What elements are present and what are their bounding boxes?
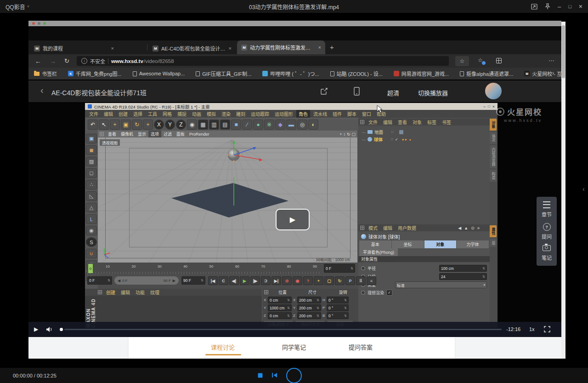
play-button[interactable]	[286, 368, 302, 383]
stepper-icon[interactable]: ⇅	[482, 275, 485, 279]
mat-menu-2[interactable]: 功能	[133, 288, 147, 296]
palette-points-mode[interactable]: ∴	[86, 180, 97, 189]
page-scrollbar-thumb[interactable]	[562, 25, 565, 78]
playback-speed-button[interactable]: 1x	[529, 326, 535, 332]
toolbar-add-spline[interactable]: ∕	[242, 120, 252, 130]
pin-on-top-icon[interactable]	[545, 3, 550, 10]
radius-field[interactable]: 100 cm⇅	[439, 265, 487, 272]
mini-mode-icon[interactable]	[531, 4, 537, 10]
mat-menu-1[interactable]: 编辑	[119, 288, 132, 296]
frame-end-field[interactable]: 90 F⇅	[181, 276, 205, 285]
om-side-tab-2[interactable]: 内容浏览器	[490, 145, 497, 168]
frame-range-slider[interactable]: ◀ 0 F 90 F ▶	[114, 276, 179, 285]
quality-button[interactable]: 超清	[387, 88, 399, 97]
vp-menu-0[interactable]: 查看	[106, 131, 119, 137]
section-header[interactable]: 对象属性	[358, 256, 490, 262]
tag-icon[interactable]	[399, 130, 403, 134]
back-chevron-icon[interactable]: ‹	[40, 85, 44, 96]
transport-record-keyframe[interactable]: ◉	[293, 276, 302, 285]
c4d-menu-10[interactable]: 雕刻	[234, 110, 248, 118]
page-scrollbar-track[interactable]	[561, 22, 565, 359]
vp-tool-toggle-view[interactable]: ▢	[351, 132, 356, 137]
transport-next-frame[interactable]: |▶	[250, 276, 260, 285]
vp-menu-4[interactable]: 过滤	[161, 131, 174, 137]
forward-icon[interactable]: →	[50, 57, 56, 65]
reload-icon[interactable]: ↻	[64, 57, 69, 64]
vp-menu-3[interactable]: 选项	[148, 131, 161, 137]
frame-start-field[interactable]: 0 F⇅	[87, 276, 112, 285]
mat-menu-3[interactable]: 纹理	[148, 288, 162, 296]
transport-record-off[interactable]: ⊘	[282, 276, 292, 285]
transport-record-parameter[interactable]: P	[345, 276, 355, 285]
palette-bend-deformer[interactable]: ∪	[86, 249, 97, 258]
transport-play[interactable]: ▶	[240, 276, 249, 285]
timeline-ruler[interactable]: 0 102030405060708090	[87, 263, 321, 274]
palette-spline-pen[interactable]: L	[86, 214, 97, 224]
segments-field[interactable]: 24⇅	[439, 273, 487, 280]
more-menu-icon[interactable]: …	[548, 56, 555, 63]
bookmark-item[interactable]: 抠像alpha通道遮罩...	[460, 70, 513, 77]
web-volume-icon[interactable]	[46, 326, 53, 332]
c4d-menu-9[interactable]: 渲染	[219, 110, 233, 118]
vp-tool-zoom-tool[interactable]: ↕	[343, 132, 345, 137]
palette-workplane-mode[interactable]: ◻	[86, 168, 97, 178]
toolbar-add-camera[interactable]: ◎	[297, 120, 307, 130]
rot-b-field[interactable]: 0 °⇅	[327, 312, 349, 319]
palette-texture-mode[interactable]: ▨	[86, 157, 97, 166]
toolbar-add-cube[interactable]: ■	[231, 120, 241, 130]
playhead[interactable]: 0	[88, 264, 93, 273]
slider-left-arrow[interactable]: ◀	[118, 279, 120, 283]
toolbar-add-environment[interactable]: ▬	[286, 120, 296, 130]
palette-enable-axis[interactable]: ◉	[86, 226, 97, 235]
attr-tab-1[interactable]: 坐标	[392, 240, 424, 248]
mat-menu-0[interactable]: 创建	[104, 288, 118, 296]
vp-menu-2[interactable]: 显示	[136, 131, 148, 137]
size-x-field[interactable]: 200 cm⇅	[297, 297, 321, 303]
size-z-field[interactable]: 200 cm⇅	[297, 312, 321, 319]
dynamics-tag-icon[interactable]: ●●	[402, 137, 407, 142]
notes-button[interactable]: 笔记	[542, 245, 552, 261]
om-menu-4[interactable]: 标签	[425, 118, 439, 126]
am-icon-nav-up[interactable]: ▲	[464, 226, 468, 230]
c4d-menu-2[interactable]: 创建	[116, 110, 130, 118]
transport-autokey-help[interactable]: ?	[303, 276, 313, 285]
bookmark-item[interactable]: 网易游戏官网_游戏...	[394, 70, 449, 77]
viewport-label[interactable]: 透视视图	[100, 139, 120, 146]
close-button[interactable]: ×	[579, 3, 582, 10]
chapters-button[interactable]: 章节	[542, 201, 552, 218]
object-row[interactable]: — 地面 ∷	[358, 128, 490, 136]
toolbar-coord-system[interactable]: ◉	[187, 120, 197, 130]
app-menu-button[interactable]: QQ影音 ˅	[6, 3, 29, 11]
c4d-menu-0[interactable]: 文件	[87, 110, 101, 118]
transport-goto-end[interactable]: ▶|	[271, 276, 281, 285]
bookmark-item[interactable]: Awesome Wallpap...	[133, 71, 185, 76]
palette-polygons-mode[interactable]: △	[86, 203, 97, 212]
transport-goto-start[interactable]: |◀	[208, 276, 218, 285]
toolbar-render-picture-viewer[interactable]: ▥	[209, 120, 219, 130]
url-field[interactable]: i 不安全 www.hxsd.tv /video/82658	[77, 56, 449, 66]
progress-track[interactable]	[64, 329, 502, 330]
c4d-menu-12[interactable]: 运动图形	[272, 110, 295, 118]
share-icon[interactable]	[320, 87, 328, 95]
pos-x-field[interactable]: 0 cm⇅	[268, 297, 292, 303]
rot-p-field[interactable]: 0 °⇅	[327, 304, 349, 311]
mobile-phone-icon[interactable]	[354, 87, 360, 96]
om-menu-5[interactable]: 书签	[440, 118, 453, 126]
toolbar-lock-y-axis[interactable]: Y	[165, 120, 175, 130]
palette-make-editable[interactable]: ▣	[86, 134, 97, 143]
c4d-menu-5[interactable]: 网格	[160, 110, 174, 118]
pos-y-field[interactable]: 1000 cm⇅	[268, 304, 292, 311]
slider-right-arrow[interactable]: ▶	[173, 279, 175, 283]
toolbar-add-generator[interactable]: ●	[253, 120, 263, 130]
am-icon-panel-menu[interactable]: ≡	[477, 226, 480, 230]
tab-close-icon[interactable]: ×	[229, 46, 232, 51]
previous-button[interactable]	[271, 372, 278, 378]
visibility-dots[interactable]: ∷	[391, 130, 394, 134]
attr-tab-3[interactable]: 力学体	[457, 240, 489, 248]
tab-qa[interactable]: 提问答案	[349, 343, 373, 351]
ideal-render-checkbox[interactable]: ✓	[386, 290, 392, 296]
om-side-tab-1[interactable]: 场次	[490, 132, 497, 144]
transport-loop-cw[interactable]: Ɔ	[261, 276, 271, 285]
key-circle-icon[interactable]	[361, 291, 365, 295]
c4d-menu-8[interactable]: 模拟	[204, 110, 218, 118]
